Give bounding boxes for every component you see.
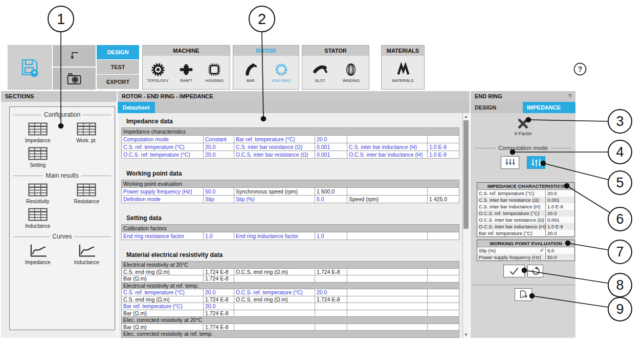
help-button[interactable]: ? — [573, 62, 587, 76]
editable-cell[interactable]: 20.0 — [204, 143, 234, 151]
editable-cell[interactable]: 1.0 E-9 — [428, 143, 459, 151]
editable-cell[interactable]: Slip (%) — [234, 196, 315, 203]
param-value[interactable]: 0.001 — [546, 217, 575, 223]
editable-cell[interactable]: 20.0 — [204, 303, 234, 310]
editable-cell[interactable]: C.S. ref. temperature (°C) — [122, 289, 204, 296]
tab-datasheet[interactable]: Datasheet — [118, 102, 155, 113]
design-mode-button[interactable]: DESIGN — [97, 45, 139, 59]
editable-cell[interactable]: 1.0 E-9 — [428, 151, 459, 159]
editable-cell[interactable]: O.C.S. inter bar resistance (Ω) — [234, 151, 315, 159]
param-value[interactable]: 20.0 — [546, 190, 575, 197]
toolbar-item-housing[interactable]: HOUSING — [201, 62, 229, 83]
sidebar-item-curves-impedance[interactable]: Impedance — [25, 243, 50, 265]
editable-cell[interactable]: C.S. ref. temperature (°C) — [122, 143, 204, 151]
editable-cell[interactable]: 1.0 — [315, 232, 347, 240]
editable-cell[interactable]: 20.0 — [204, 151, 234, 159]
sidebar-item-main-results-resistivity[interactable]: Resistivity — [26, 182, 49, 204]
editable-cell[interactable]: C.S. inter bar inductance (H) — [347, 143, 428, 151]
panel-table-title: WORKING POINT EVALUATION — [477, 240, 575, 247]
panel-help-button[interactable]: ? — [568, 91, 571, 102]
apply-button[interactable] — [503, 265, 525, 277]
import-button[interactable] — [53, 45, 96, 67]
toolbar-item-label: HOUSING — [206, 78, 224, 83]
screenshot-button[interactable] — [53, 68, 96, 90]
computation-mode-custom-button[interactable] — [527, 156, 545, 169]
editable-cell[interactable]: 5.0 — [315, 196, 347, 203]
param-value[interactable]: 5.0 — [546, 247, 575, 254]
param-value[interactable]: 50.0 — [546, 254, 575, 261]
toolbar-item-slot[interactable]: SLOT — [306, 62, 335, 83]
cell — [315, 310, 347, 317]
param-value[interactable]: 1.0 E-9 — [546, 203, 575, 210]
param-label: Slip (%) — [477, 247, 546, 254]
winding-icon — [343, 62, 359, 77]
cell — [428, 324, 459, 331]
editable-cell[interactable]: 1.0 — [204, 232, 234, 240]
editable-cell[interactable]: 0.001 — [315, 151, 347, 159]
computation-mode-default-button[interactable] — [501, 156, 519, 169]
param-value[interactable]: 0.001 — [546, 197, 575, 203]
sidebar-item-configuration-setting[interactable]: Setting — [28, 146, 48, 168]
param-value[interactable]: 1.0 E-9 — [546, 223, 575, 230]
sidebar-item-main-results-resistance[interactable]: Resistance — [74, 182, 99, 204]
cell — [315, 337, 347, 338]
editable-cell[interactable]: End ring resistance factor — [122, 232, 204, 240]
scrollbar-thumb[interactable] — [463, 120, 469, 229]
cell: C.S. end ring (Ω.m) — [122, 268, 204, 275]
editable-cell[interactable]: O.C.S. ref. temperature (°C) — [234, 289, 315, 296]
table-group-row: Elec. corrected resistivity at ref. temp… — [122, 331, 459, 338]
editable-cell[interactable]: 50.0 — [204, 188, 234, 196]
toolbar-item-topology[interactable]: TOPOLOGY — [144, 62, 172, 83]
editable-cell[interactable]: Constant — [204, 136, 234, 143]
editable-cell[interactable]: 20.0 — [204, 289, 234, 296]
param-label: Bar ref. temperature (°C) — [477, 230, 546, 237]
sidebar-item-main-results-inductance[interactable]: Inductance — [25, 207, 50, 229]
toolbar-item-end-ring[interactable]: END RING — [267, 62, 296, 83]
editable-cell[interactable]: 20.0 — [315, 136, 347, 143]
toolbar-item-materials[interactable]: MATERIALS — [389, 62, 417, 83]
panel-table-title: IMPEDANCE CHARACTERISTICS — [477, 183, 575, 190]
toolbar-item-shaft[interactable]: SHAFT — [172, 62, 200, 83]
editable-cell[interactable]: Definition mode — [122, 196, 204, 203]
editable-cell[interactable]: Bar ref. temperature (°C) — [122, 337, 204, 338]
sidebar-item-configuration-impedance[interactable]: Impedance — [25, 121, 50, 143]
editable-cell[interactable]: C.S. inter bar resistance (Ω) — [234, 143, 315, 151]
editable-cell[interactable]: 20.0 — [315, 289, 347, 296]
scroll-up-arrow-icon[interactable]: ▲ — [463, 113, 469, 120]
edit-icon[interactable] — [539, 248, 544, 253]
editable-cell[interactable]: 20.0 — [204, 337, 234, 338]
vertical-scrollbar[interactable]: ▲ ▼ — [462, 113, 469, 338]
toolbar-item-bar[interactable]: BAR — [236, 62, 265, 83]
editable-cell[interactable]: Slip — [204, 196, 234, 203]
group-label: Elec. corrected resistivity at 20°C — [122, 317, 459, 324]
cell — [428, 188, 459, 196]
restore-button[interactable] — [527, 265, 543, 277]
callout-5: 5 — [608, 170, 632, 195]
tab-impedance[interactable]: IMPEDANCE — [523, 102, 575, 113]
sidebar-item-configuration-work-pt[interactable]: Work. pt. — [76, 121, 97, 143]
editable-cell[interactable]: End ring inductance factor — [234, 232, 315, 240]
sections-box: ConfigurationImpedanceWork. pt.SettingMa… — [9, 106, 115, 330]
param-value[interactable]: 20.0 — [546, 230, 575, 237]
editable-cell[interactable]: 0.001 — [315, 143, 347, 151]
scroll-down-arrow-icon[interactable]: ▼ — [463, 331, 469, 338]
editable-cell[interactable]: Computation mode — [122, 136, 204, 143]
editable-cell[interactable]: O.C.S. ref. temperature (°C) — [122, 151, 204, 159]
save-project-button[interactable]: * — [8, 45, 52, 90]
sidebar-item-curves-inductance[interactable]: Inductance — [74, 243, 99, 265]
export-mode-button[interactable]: EXPORT — [97, 75, 139, 89]
cell — [234, 310, 315, 317]
table-group-row: Impedance characteristics — [122, 128, 459, 136]
test-mode-button[interactable]: TEST — [97, 60, 139, 74]
export-results-button[interactable] — [515, 288, 532, 301]
cell — [428, 337, 459, 338]
editable-cell[interactable]: Power supply frequency (Hz) — [122, 188, 204, 196]
editable-cell[interactable]: Bar ref. temperature (°C) — [234, 136, 315, 143]
param-value[interactable]: 20.0 — [546, 210, 575, 217]
x-factor-control[interactable]: X-Factor — [471, 117, 575, 136]
shaft-icon — [179, 62, 194, 77]
toolbar-item-winding[interactable]: WINDING — [337, 62, 365, 83]
editable-cell[interactable]: Bar ref. temperature (°C) — [122, 303, 204, 310]
editable-cell[interactable]: O.C.S. inter bar inductance (H) — [347, 151, 428, 159]
tab-design[interactable]: DESIGN — [471, 102, 523, 113]
